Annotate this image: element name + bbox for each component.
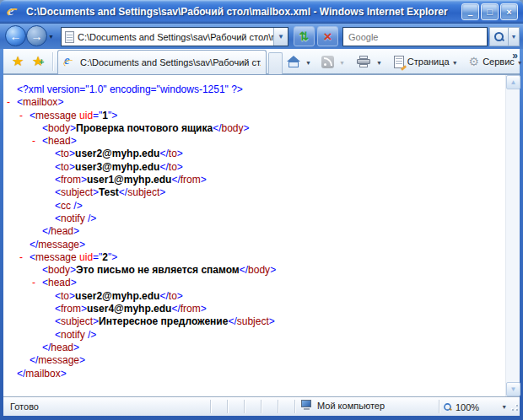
- ie-favicon: e: [63, 57, 76, 69]
- address-dropdown-button[interactable]: ▼: [273, 28, 288, 46]
- gear-icon: ⚙: [469, 56, 480, 67]
- page-content: <?xml version="1.0" encoding="windows-12…: [3, 74, 520, 396]
- address-bar[interactable]: C:\Documents and Settings\sav\Рабочий ст…: [61, 27, 288, 46]
- toolbar-overflow-button[interactable]: »: [512, 50, 518, 62]
- xml-line: -<message uid="1">: [3, 110, 505, 122]
- tab-mailbox[interactable]: e C:\Documents and Settings\sav\Рабочий …: [57, 50, 267, 74]
- feeds-dropdown: ▼: [339, 60, 345, 66]
- home-dropdown[interactable]: ▼: [305, 60, 311, 66]
- xml-line: <to>user2@myhp.edu</to>: [3, 290, 505, 303]
- my-computer-icon: [300, 400, 313, 412]
- back-button[interactable]: ←: [5, 25, 26, 46]
- command-bar: ★ ★+ e C:\Documents and Settings\sav\Раб…: [3, 49, 520, 74]
- scroll-up-button[interactable]: ▲: [506, 75, 520, 89]
- xml-line: <from>user4@myhp.edu</from>: [3, 303, 505, 315]
- search-input[interactable]: [343, 32, 487, 42]
- feeds-button[interactable]: [320, 54, 336, 70]
- search-dropdown-button[interactable]: ▼: [509, 27, 520, 46]
- scroll-down-button[interactable]: ▼: [506, 382, 520, 396]
- page-edit-icon: [394, 56, 404, 68]
- xml-line: -<message uid="2">: [3, 251, 505, 264]
- rss-icon: [321, 56, 334, 68]
- status-bar: Готово Мой компьютер 100% ▼: [3, 396, 520, 416]
- xml-line: <notify />: [3, 213, 505, 225]
- resize-grip[interactable]: [509, 404, 519, 414]
- collapse-marker[interactable]: -: [7, 96, 10, 109]
- xml-tree: <?xml version="1.0" encoding="windows-12…: [3, 75, 505, 396]
- zoom-dropdown[interactable]: ▼: [501, 404, 507, 410]
- stop-button[interactable]: ×: [317, 26, 338, 46]
- page-button-label: Страница: [407, 57, 450, 67]
- xml-line: </message>: [3, 239, 505, 251]
- xml-line: </head>: [3, 342, 505, 354]
- page-icon: [65, 31, 74, 43]
- xml-line: <body>Проверка почтового ящика</body>: [3, 122, 505, 135]
- back-arrow-icon: ←: [10, 30, 22, 43]
- status-text: Готово: [10, 401, 39, 412]
- xml-line: -<head>: [3, 135, 505, 148]
- home-button[interactable]: [285, 54, 302, 70]
- xml-line: -<mailbox>: [3, 96, 505, 109]
- minimize-button[interactable]: –: [461, 3, 479, 20]
- print-button[interactable]: [355, 54, 373, 69]
- zoom-control[interactable]: 100% ▼: [442, 397, 508, 417]
- refresh-icon: ⇅: [299, 30, 310, 43]
- xml-line: </head>: [3, 225, 505, 238]
- search-button[interactable]: [489, 27, 509, 46]
- xml-line: <to>user2@myhp.edu</to>: [3, 148, 505, 160]
- zoom-icon: [443, 402, 451, 411]
- address-text[interactable]: C:\Documents and Settings\sav\Рабочий ст…: [78, 32, 273, 42]
- print-dropdown[interactable]: ▼: [376, 60, 382, 66]
- xml-line: <to>user3@myhp.edu</to>: [3, 161, 505, 174]
- maximize-button[interactable]: □: [481, 3, 499, 20]
- forward-button[interactable]: →: [26, 25, 47, 46]
- tab-title: C:\Documents and Settings\sav\Рабочий ст…: [80, 57, 261, 67]
- ie-logo-icon: e: [7, 5, 21, 19]
- collapse-marker[interactable]: -: [32, 135, 35, 148]
- search-icon: [493, 31, 504, 42]
- add-favorite-button[interactable]: ★+: [32, 53, 44, 69]
- toolbar: ▼ ▼ ▼ Страница ▼ ⚙ Сервис ▼: [285, 49, 508, 74]
- star-icon: ★: [12, 54, 24, 68]
- xml-line: </mailbox>: [3, 368, 505, 380]
- title-bar: e C:\Documents and Settings\sav\Рабочий …: [0, 0, 523, 24]
- browser-window: e C:\Documents and Settings\sav\Рабочий …: [0, 0, 523, 420]
- history-dropdown-button[interactable]: ▼: [48, 34, 54, 40]
- home-icon: [287, 56, 300, 68]
- security-zone: Мой компьютер: [300, 400, 385, 412]
- xml-line: <from>user1@myhp.edu</from>: [3, 174, 505, 186]
- window-title: C:\Documents and Settings\sav\Рабочий ст…: [26, 6, 460, 18]
- xml-line: </message>: [3, 354, 505, 367]
- navigation-bar: ← → ▼ C:\Documents and Settings\sav\Рабо…: [0, 24, 523, 49]
- zone-label: Мой компьютер: [317, 401, 385, 411]
- xml-line: -<head>: [3, 277, 505, 289]
- xml-line: <?xml version="1.0" encoding="windows-12…: [3, 83, 505, 96]
- collapse-marker[interactable]: -: [19, 110, 23, 122]
- search-box[interactable]: [342, 27, 488, 46]
- close-button[interactable]: ×: [500, 3, 518, 20]
- stop-icon: ×: [324, 30, 332, 44]
- xml-line: <body>Это письмо не является спамом</bod…: [3, 264, 505, 277]
- page-button[interactable]: Страница ▼: [392, 54, 461, 70]
- favorites-button[interactable]: ★: [12, 53, 24, 69]
- zoom-level: 100%: [456, 402, 479, 412]
- xml-line: <notify />: [3, 329, 505, 342]
- printer-icon: [357, 56, 371, 67]
- refresh-button[interactable]: ⇅: [294, 26, 315, 46]
- divider: [52, 52, 53, 71]
- collapse-marker[interactable]: -: [19, 251, 23, 264]
- xml-line: <cc />: [3, 200, 505, 213]
- collapse-marker[interactable]: -: [32, 277, 35, 289]
- xml-line: <subject>Test</subject>: [3, 186, 505, 199]
- xml-line: <subject>Интересное предложение</subject…: [3, 315, 505, 328]
- vertical-scrollbar[interactable]: ▲ ▼: [505, 75, 520, 396]
- forward-arrow-icon: →: [31, 30, 43, 43]
- tools-button-label: Сервис: [483, 57, 515, 67]
- new-tab-stub[interactable]: [268, 52, 283, 74]
